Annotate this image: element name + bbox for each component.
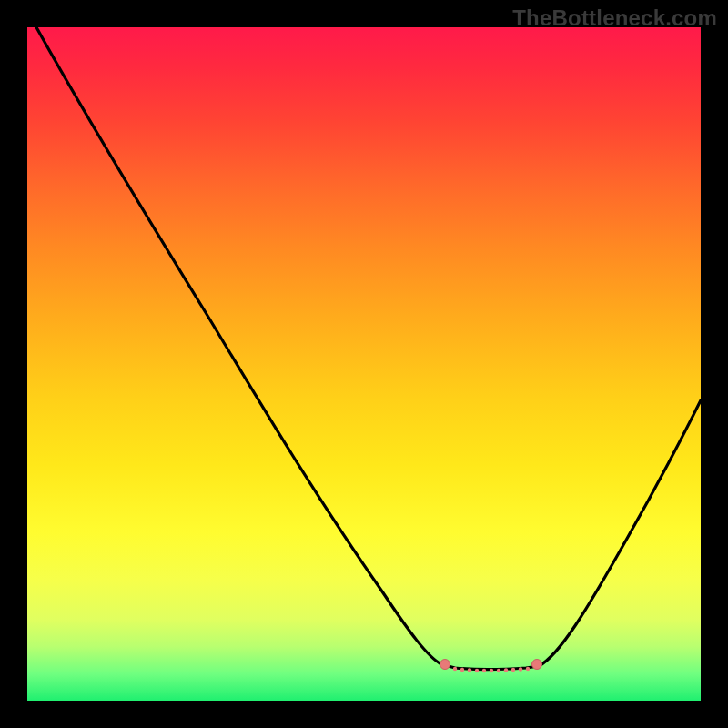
svg-point-4 <box>482 669 486 672</box>
svg-point-10 <box>526 667 530 671</box>
svg-point-6 <box>497 669 500 672</box>
plot-area <box>27 27 701 701</box>
svg-point-5 <box>490 669 493 672</box>
svg-point-7 <box>504 668 508 672</box>
svg-point-9 <box>519 667 522 671</box>
bottleneck-curve <box>36 27 701 670</box>
curve-svg <box>27 27 701 701</box>
svg-point-8 <box>511 668 515 672</box>
svg-point-2 <box>468 668 471 672</box>
svg-point-3 <box>475 669 479 672</box>
svg-point-1 <box>460 668 464 672</box>
chart-frame: TheBottleneck.com <box>0 0 728 728</box>
marker-right <box>532 660 542 670</box>
branding-watermark: TheBottleneck.com <box>512 5 717 31</box>
marker-left <box>440 660 450 670</box>
svg-point-0 <box>453 667 457 671</box>
